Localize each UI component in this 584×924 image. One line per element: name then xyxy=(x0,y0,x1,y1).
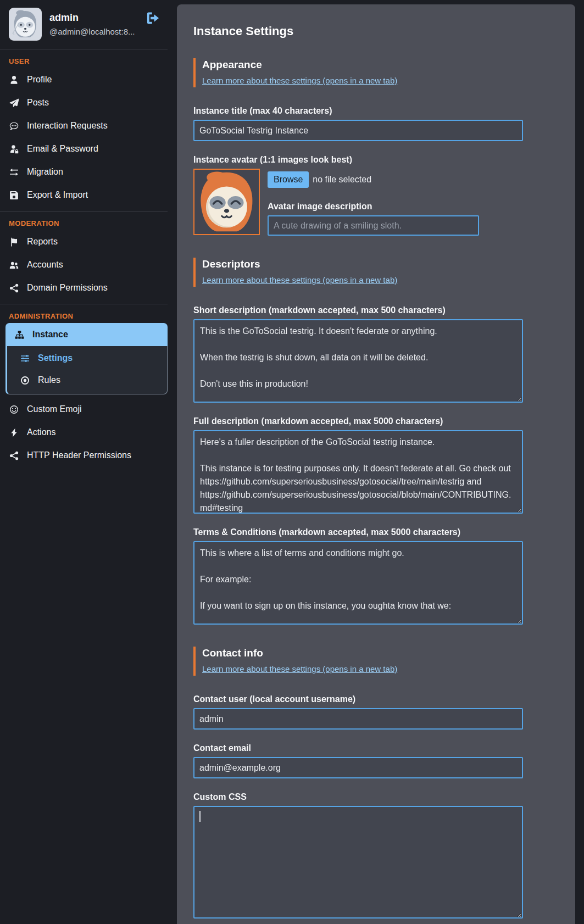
instance-avatar-group: Instance avatar (1:1 images look best) xyxy=(193,155,559,236)
sign-out-icon[interactable] xyxy=(146,11,160,25)
descriptors-heading: Descriptors xyxy=(202,258,559,270)
circle-dot-icon xyxy=(20,376,30,385)
sitemap-icon xyxy=(14,330,25,339)
sidebar-item-label: Custom Emoji xyxy=(27,404,82,414)
exchange-arrows-icon xyxy=(9,168,19,177)
sidebar-item-label: Accounts xyxy=(27,260,63,270)
sidebar-item-settings[interactable]: Settings xyxy=(7,347,167,369)
instance-title-label: Instance title (max 40 characters) xyxy=(193,106,559,116)
sidebar-item-label: Actions xyxy=(27,427,55,437)
sidebar-item-interaction-requests[interactable]: Interaction Requests xyxy=(0,114,168,137)
contact-email-input[interactable] xyxy=(193,757,523,778)
flag-icon xyxy=(9,237,19,247)
sidebar-divider xyxy=(0,304,168,304)
sidebar-item-reports[interactable]: Reports xyxy=(0,230,168,253)
contact-user-label: Contact user (local account username) xyxy=(193,694,559,704)
sidebar-item-label: Instance xyxy=(32,330,68,339)
nav-section-moderation: MODERATION Reports Accounts xyxy=(0,219,168,299)
sidebar-divider xyxy=(0,49,168,49)
page-title: Instance Settings xyxy=(193,24,559,38)
terms-conditions-textarea[interactable] xyxy=(193,541,523,625)
sidebar: admin @admin@localhost:8... USER Profile xyxy=(0,0,168,467)
terms-conditions-group: Terms & Conditions (markdown accepted, m… xyxy=(193,527,559,625)
nav-section-administration-label: ADMINISTRATION xyxy=(9,312,159,320)
sliders-icon xyxy=(20,354,30,363)
custom-css-group: Custom CSS xyxy=(193,792,559,919)
contact-section-header: Contact info Learn more about these sett… xyxy=(193,647,559,676)
sidebar-item-label: Migration xyxy=(27,167,63,177)
paper-plane-icon xyxy=(9,98,19,108)
short-description-textarea[interactable] xyxy=(193,319,523,403)
instance-settings-panel: Instance Settings Appearance Learn more … xyxy=(177,4,575,924)
sidebar-item-export-import[interactable]: Export & Import xyxy=(0,183,168,207)
instance-avatar-preview xyxy=(193,169,260,235)
sidebar-item-label: Domain Permissions xyxy=(27,283,108,293)
sidebar-item-label: Posts xyxy=(27,98,49,108)
nav-section-user-label: USER xyxy=(9,57,159,65)
sidebar-item-label: Interaction Requests xyxy=(27,121,108,131)
nav-section-user: USER Profile Posts xyxy=(0,57,168,207)
contact-user-group: Contact user (local account username) xyxy=(193,694,559,730)
sidebar-item-label: Email & Password xyxy=(27,144,98,154)
contact-email-label: Contact email xyxy=(193,743,559,753)
instance-title-group: Instance title (max 40 characters) xyxy=(193,106,559,141)
nav-section-moderation-label: MODERATION xyxy=(9,219,159,227)
avatar-description-label: Avatar image description xyxy=(268,202,479,211)
instance-nav-block: Instance Settings xyxy=(5,323,168,394)
user-avatar xyxy=(9,8,42,41)
user-name: admin xyxy=(49,12,135,24)
floppy-icon xyxy=(9,191,19,200)
instance-title-input[interactable] xyxy=(193,120,523,141)
contact-heading: Contact info xyxy=(202,647,559,659)
sidebar-item-label: HTTP Header Permissions xyxy=(27,450,131,460)
avatar-description-input[interactable] xyxy=(268,215,479,236)
full-description-label: Full description (markdown accepted, max… xyxy=(193,416,559,426)
custom-css-textarea[interactable] xyxy=(193,806,523,919)
user-meta: admin @admin@localhost:8... xyxy=(49,12,135,36)
file-status-text: no file selected xyxy=(313,175,371,185)
gray-sloth-avatar-image xyxy=(9,8,42,41)
sidebar-item-label: Profile xyxy=(27,75,52,85)
users-icon xyxy=(9,260,19,270)
sidebar-item-label: Settings xyxy=(38,353,73,363)
descriptors-section-header: Descriptors Learn more about these setti… xyxy=(193,258,559,287)
network-nodes-icon xyxy=(9,451,19,460)
sidebar-divider xyxy=(0,211,168,211)
sidebar-item-domain-permissions[interactable]: Domain Permissions xyxy=(0,276,168,299)
appearance-heading: Appearance xyxy=(202,59,559,71)
short-description-group: Short description (markdown accepted, ma… xyxy=(193,305,559,403)
app-layout: admin @admin@localhost:8... USER Profile xyxy=(0,0,584,924)
sidebar-item-label: Rules xyxy=(38,375,60,385)
contact-user-input[interactable] xyxy=(193,708,523,730)
appearance-section-header: Appearance Learn more about these settin… xyxy=(193,58,559,87)
sidebar-item-posts[interactable]: Posts xyxy=(0,91,168,114)
sidebar-item-migration[interactable]: Migration xyxy=(0,160,168,183)
sidebar-item-http-header-permissions[interactable]: HTTP Header Permissions xyxy=(0,444,168,467)
browse-button[interactable]: Browse xyxy=(268,171,309,188)
smiley-icon xyxy=(9,405,19,414)
user-icon xyxy=(9,75,19,85)
share-nodes-icon xyxy=(9,283,19,293)
user-card[interactable]: admin @admin@localhost:8... xyxy=(0,0,168,49)
nav-section-administration: ADMINISTRATION Instance xyxy=(0,312,168,467)
sidebar-item-label: Export & Import xyxy=(27,190,88,200)
user-lock-icon xyxy=(9,144,19,154)
sidebar-item-rules[interactable]: Rules xyxy=(7,369,167,391)
terms-conditions-label: Terms & Conditions (markdown accepted, m… xyxy=(193,527,559,537)
sidebar-item-accounts[interactable]: Accounts xyxy=(0,253,168,276)
orange-sloth-avatar-image xyxy=(194,170,259,234)
user-handle: @admin@localhost:8... xyxy=(49,27,135,36)
custom-css-label: Custom CSS xyxy=(193,792,559,802)
sidebar-item-instance[interactable]: Instance xyxy=(5,323,168,346)
sidebar-item-email-password[interactable]: Email & Password xyxy=(0,137,168,160)
comment-icon xyxy=(9,121,19,131)
learn-more-link[interactable]: Learn more about these settings (opens i… xyxy=(202,275,397,285)
sidebar-item-profile[interactable]: Profile xyxy=(0,68,168,91)
instance-submenu: Settings Rules xyxy=(5,346,168,394)
sidebar-item-custom-emoji[interactable]: Custom Emoji xyxy=(0,398,168,421)
learn-more-link[interactable]: Learn more about these settings (opens i… xyxy=(202,76,397,85)
learn-more-link[interactable]: Learn more about these settings (opens i… xyxy=(202,664,397,673)
contact-email-group: Contact email xyxy=(193,743,559,778)
sidebar-item-actions[interactable]: Actions xyxy=(0,421,168,444)
full-description-textarea[interactable] xyxy=(193,430,523,514)
